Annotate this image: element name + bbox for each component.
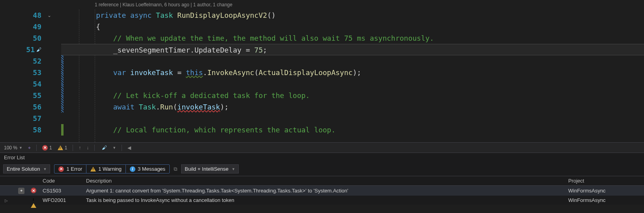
- table-header-row: Code Description Project: [0, 176, 644, 186]
- zoom-dropdown[interactable]: 100 % ▼: [4, 145, 22, 151]
- chevron-down-icon: ▼: [232, 167, 235, 171]
- severity-filter-group: ✕1 Error 1 Warning i3 Messages: [54, 164, 170, 173]
- code-line-current[interactable]: _sevenSegmentTimer.UpdateDelay = 75;: [61, 44, 644, 55]
- col-description[interactable]: Description: [83, 176, 565, 186]
- error-code: WFO2001: [39, 196, 83, 205]
- filter-errors-button[interactable]: ✕1 Error: [54, 165, 86, 173]
- code-line[interactable]: var invokeTask = this.InvokeAsync(Actual…: [61, 67, 644, 78]
- col-project[interactable]: Project: [565, 176, 644, 186]
- scroll-left-icon[interactable]: ◀: [127, 145, 131, 151]
- code-line[interactable]: // When we update the time, the method w…: [61, 32, 644, 44]
- line-number: 54: [33, 80, 41, 88]
- col-code[interactable]: Code: [39, 176, 83, 186]
- code-line[interactable]: private async Task RunDisplayLoopAsyncV2…: [61, 9, 644, 21]
- line-number: 49: [33, 23, 41, 31]
- error-row[interactable]: ✦ ✕ CS1503 Argument 1: cannot convert fr…: [0, 186, 644, 196]
- warning-count[interactable]: 1: [58, 145, 67, 151]
- error-list-title: Error List: [0, 153, 644, 163]
- code-line[interactable]: await Task.Run(invokeTask);: [61, 101, 644, 113]
- code-line[interactable]: [61, 78, 644, 90]
- code-line[interactable]: {: [61, 21, 644, 32]
- quick-action-icon[interactable]: 🖌: [36, 47, 41, 53]
- line-number: 48: [33, 11, 41, 19]
- code-content[interactable]: 1 reference | Klaus Loeffelmann, 6 hours…: [61, 0, 644, 142]
- chevron-down-icon[interactable]: ▼: [112, 146, 116, 150]
- error-icon: ✕: [31, 188, 36, 193]
- error-list-panel: Error List Entire Solution▼ ✕1 Error 1 W…: [0, 153, 644, 205]
- link-icon[interactable]: ⧉: [174, 166, 177, 172]
- line-number: 51: [26, 45, 35, 54]
- error-icon: ✕: [58, 166, 64, 172]
- info-icon: i: [130, 166, 135, 172]
- code-line[interactable]: // Let kick-off a dedicated task for the…: [61, 90, 644, 101]
- error-list-table[interactable]: Code Description Project ✦ ✕ CS1503 Argu…: [0, 176, 644, 205]
- warning-icon: [31, 197, 36, 208]
- chevron-down-icon: ▼: [19, 146, 22, 150]
- line-number: 56: [33, 103, 41, 111]
- fold-chevron-icon[interactable]: ⌄: [47, 13, 51, 18]
- error-project: WinFormsAsync: [565, 196, 644, 205]
- line-number: 55: [33, 91, 41, 100]
- next-issue-button[interactable]: ↓: [86, 145, 89, 151]
- copilot-icon[interactable]: ✦: [18, 188, 24, 194]
- cleanup-icon[interactable]: 🖌: [102, 145, 107, 151]
- code-line[interactable]: [61, 113, 644, 124]
- filter-messages-button[interactable]: i3 Messages: [126, 165, 169, 173]
- warning-icon: [90, 167, 96, 172]
- warning-icon: [58, 145, 63, 150]
- expand-caret-icon[interactable]: ▷: [3, 198, 9, 203]
- line-number: 52: [33, 57, 41, 65]
- scope-dropdown[interactable]: Entire Solution▼: [3, 164, 50, 173]
- source-dropdown[interactable]: Build + IntelliSense▼: [181, 164, 239, 173]
- error-list-toolbar: Entire Solution▼ ✕1 Error 1 Warning i3 M…: [0, 163, 644, 176]
- line-number: 58: [33, 126, 41, 134]
- code-line[interactable]: // Local function, which represents the …: [61, 124, 644, 136]
- error-project: WinFormsAsync: [565, 186, 644, 196]
- warning-row[interactable]: ▷ WFO2001 Task is being passed to Invoke…: [0, 196, 644, 205]
- line-number: 53: [33, 68, 41, 77]
- line-number: 50: [33, 34, 41, 42]
- code-line[interactable]: [61, 55, 644, 67]
- gutter: 48⌄ 49 50 51🖌 52 53 54 55 56 57 58: [0, 0, 61, 142]
- codelens[interactable]: 1 reference | Klaus Loeffelmann, 6 hours…: [61, 0, 644, 9]
- error-description: Argument 1: cannot convert from 'System.…: [83, 186, 565, 196]
- error-code: CS1503: [39, 186, 83, 196]
- filter-warnings-button[interactable]: 1 Warning: [86, 165, 126, 173]
- editor-status-bar: 100 % ▼ ⌖ ✕1 1 ↑ ↓ 🖌▼ ◀: [0, 142, 644, 153]
- line-number: 57: [33, 114, 41, 123]
- chevron-down-icon: ▼: [43, 167, 47, 171]
- code-health-icon[interactable]: ⌖: [28, 145, 31, 151]
- prev-issue-button[interactable]: ↑: [79, 145, 81, 151]
- code-editor[interactable]: 48⌄ 49 50 51🖌 52 53 54 55 56 57 58 1 ref…: [0, 0, 644, 142]
- error-icon: ✕: [42, 145, 48, 151]
- error-description: Task is being passed to InvokeAsync with…: [83, 196, 565, 205]
- error-count[interactable]: ✕1: [42, 145, 52, 151]
